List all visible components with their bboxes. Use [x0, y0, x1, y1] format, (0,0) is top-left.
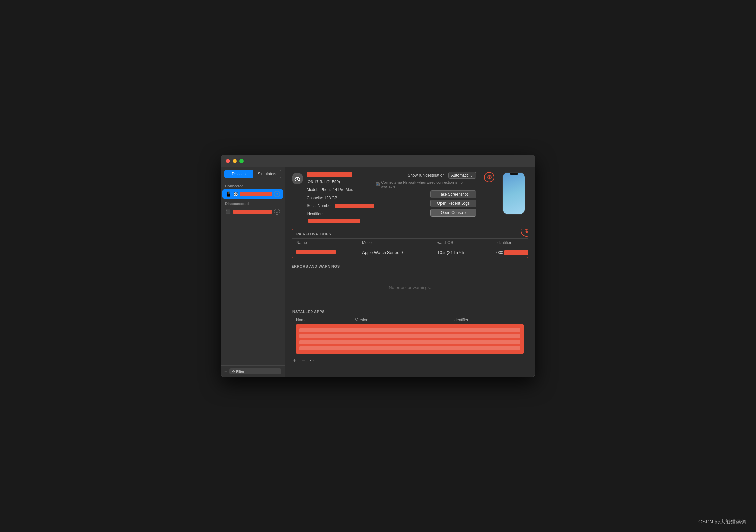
paired-watches-header: PAIRED WATCHES	[292, 229, 528, 239]
errors-warnings-header: ERRORS AND WARNINGS	[291, 263, 528, 271]
watch-name-redacted	[296, 250, 336, 254]
device-name-block: iOS 17.5.1 (21F90) Model: iPhone 14 Pro …	[307, 172, 376, 224]
identifier-redacted	[308, 219, 360, 223]
app-row-1	[299, 328, 521, 332]
run-destination-select[interactable]: Automatic ⌄	[448, 172, 476, 178]
watch-table-row: Apple Watch Series 9 10.5 (21T576) 000	[292, 247, 528, 258]
run-destination-row: Show run destination: Automatic ⌄	[408, 172, 476, 178]
watch-model-cell: Apple Watch Series 9	[362, 250, 437, 255]
sidebar-tabs: Devices Simulators	[221, 167, 284, 181]
phone-illustration	[500, 172, 528, 215]
filter-label: Filter	[236, 369, 244, 373]
phone-body	[502, 172, 526, 215]
network-icon: ⊙	[274, 191, 280, 197]
take-screenshot-button[interactable]: Take Screenshot	[430, 190, 476, 198]
tab-devices[interactable]: Devices	[224, 170, 253, 178]
col-name: Name	[296, 240, 362, 245]
more-options-button[interactable]: ···	[309, 357, 315, 364]
device-serial: Serial Number:	[307, 202, 376, 209]
device-controls: Show run destination: Automatic ⌄ ✓ Conn…	[376, 172, 476, 217]
apps-table-header: Name Version Identifier	[291, 316, 528, 324]
disconnected-section: Disconnected ⬛ ⊙	[221, 200, 284, 216]
identifier-suffix-redacted	[504, 250, 528, 255]
no-errors-message: No errors or warnings.	[389, 285, 431, 290]
watch-identifier-cell: 000	[496, 250, 528, 255]
device-name-redacted	[307, 172, 352, 177]
connected-device-name-redacted	[240, 192, 272, 196]
apps-col-name: Name	[296, 318, 355, 322]
device-identifier: Identifier:	[307, 211, 376, 224]
apps-rows-redacted	[296, 324, 524, 354]
chevron-down-icon: ⌄	[470, 173, 473, 177]
window-body: Devices Simulators Connected 📱 🐼 ⊙ Disco…	[221, 167, 535, 377]
serial-redacted	[335, 204, 374, 208]
iphone-icon: 📱	[226, 191, 231, 197]
filter-icon: ⊙	[232, 369, 235, 373]
device-avatar-small: 🐼	[233, 192, 238, 196]
open-console-button[interactable]: Open Console	[430, 209, 476, 217]
device-capacity: Capacity: 128 GB	[307, 195, 376, 201]
disconnected-device-name-redacted	[232, 210, 272, 214]
col-identifier: Identifier	[496, 240, 524, 245]
network-checkbox-row: ✓ Connects via Network when wired connec…	[376, 180, 476, 188]
app-row-3	[299, 340, 521, 344]
installed-apps-section: INSTALLED APPS Name Version Identifier +…	[291, 308, 528, 365]
filter-button[interactable]: ⊙ Filter	[229, 368, 282, 374]
run-destination-label: Show run destination:	[408, 173, 446, 177]
main-window: Devices Simulators Connected 📱 🐼 ⊙ Disco…	[221, 155, 535, 377]
maximize-button[interactable]	[239, 159, 244, 163]
errors-warnings-body: No errors or warnings.	[291, 271, 528, 304]
add-device-button[interactable]: +	[224, 368, 227, 374]
add-app-button[interactable]: +	[291, 357, 298, 364]
watches-table-header: Name Model watchOS Identifier	[292, 239, 528, 247]
title-bar	[221, 155, 535, 167]
network-checkbox-label: Connects via Network when wired connecti…	[381, 180, 476, 188]
apps-col-version: Version	[355, 318, 453, 322]
disconnected-label: Disconnected	[221, 200, 284, 207]
open-recent-logs-button[interactable]: Open Recent Logs	[430, 200, 476, 207]
network-checkbox[interactable]: ✓	[376, 182, 380, 186]
apps-table-toolbar: + − ···	[291, 356, 528, 365]
phone-notch	[510, 173, 518, 175]
sidebar: Devices Simulators Connected 📱 🐼 ⊙ Disco…	[221, 167, 285, 377]
disconnected-network-icon: ⊙	[274, 209, 280, 215]
apps-col-identifier: Identifier	[453, 318, 524, 322]
remove-app-button[interactable]: −	[300, 357, 307, 364]
sidebar-item-disconnected-device[interactable]: ⬛ ⊙	[222, 207, 284, 216]
col-watchos: watchOS	[437, 240, 496, 245]
identifier-prefix: 000	[496, 250, 503, 255]
installed-apps-header: INSTALLED APPS	[291, 308, 528, 316]
app-row-4	[299, 346, 521, 350]
device-info-left: 🐼 iOS 17.5.1 (21F90) Model: iPhone 14 Pr…	[291, 172, 376, 224]
device-header: 🐼 iOS 17.5.1 (21F90) Model: iPhone 14 Pr…	[291, 172, 528, 224]
col-model: Model	[362, 240, 437, 245]
minimize-button[interactable]	[232, 159, 237, 163]
paired-watches-section: PAIRED WATCHES Name Model watchOS Identi…	[291, 229, 528, 258]
device-model: Model: iPhone 14 Pro Max	[307, 186, 376, 193]
device-avatar: 🐼	[291, 173, 303, 184]
device-square-icon: ⬛	[226, 209, 230, 214]
tab-simulators[interactable]: Simulators	[253, 170, 282, 178]
watch-name-cell	[296, 250, 362, 255]
app-row-2	[299, 334, 521, 338]
errors-warnings-section: ERRORS AND WARNINGS No errors or warning…	[291, 263, 528, 304]
watermark: CSDN @大熊猫侯佩	[698, 519, 746, 525]
annotation-badge-2: ②	[484, 172, 494, 182]
sidebar-bottom: + ⊙ Filter	[221, 365, 284, 377]
watch-watchos-cell: 10.5 (21T576)	[437, 250, 496, 255]
close-button[interactable]	[226, 159, 230, 163]
main-content: 🐼 iOS 17.5.1 (21F90) Model: iPhone 14 Pr…	[285, 167, 535, 377]
action-buttons: Take Screenshot Open Recent Logs Open Co…	[430, 190, 476, 217]
device-ios-version: iOS 17.5.1 (21F90)	[307, 178, 376, 185]
connected-label: Connected	[221, 183, 284, 189]
sidebar-item-connected-device[interactable]: 📱 🐼 ⊙	[222, 189, 284, 199]
